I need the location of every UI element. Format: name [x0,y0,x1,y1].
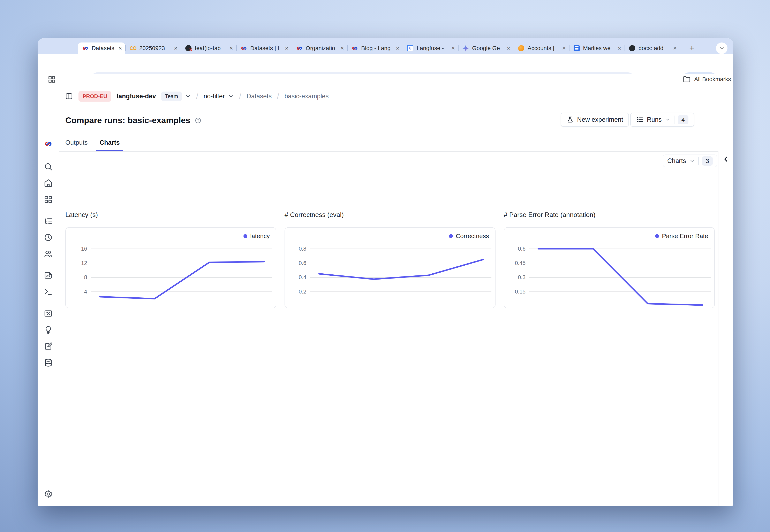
svg-text:0.15: 0.15 [515,289,525,295]
close-tab-icon[interactable]: × [673,45,677,51]
close-tab-icon[interactable]: × [562,45,566,51]
breadcrumb-project[interactable]: no-filter [204,93,225,100]
close-tab-icon[interactable]: × [340,45,344,51]
svg-text:16: 16 [81,246,87,252]
folder-icon [683,75,691,83]
tab-label: Marlies we [583,45,615,52]
button-divider [674,116,675,124]
annotation-pen-icon[interactable] [44,342,53,351]
evaluation-percent-icon[interactable] [44,309,53,318]
langfuse-favicon [296,45,303,52]
env-badge: PROD-EU [78,91,111,102]
all-bookmarks-button[interactable]: All Bookmarks [683,75,731,83]
chart-legend: Parse Error Rate [655,233,708,240]
legend-label: Correctness [456,233,489,240]
collapse-panel-icon[interactable] [722,155,730,163]
dashboard-icon[interactable] [44,195,53,204]
browser-tab-gemini[interactable]: Google Ge × [458,42,513,54]
chart-title-correctness: # Correctness (eval) [285,211,344,219]
langfuse-app: PROD-EU langfuse-dev Team / no-filter / … [38,85,733,506]
browser-toolbar: cloud.langfuse.com/project/cmfwgv8fx002o… [38,54,733,74]
correctness-chart-canvas: 0.80.60.40.2 [285,228,495,308]
charts-filter-button[interactable]: Charts 3 [663,155,717,167]
tab-label: docs: add [639,45,670,52]
close-tab-icon[interactable]: × [507,45,510,51]
flask-icon [566,116,574,123]
tracing-icon[interactable] [44,217,53,226]
tab-label: 20250923 [139,45,171,52]
svg-text:0.6: 0.6 [518,246,525,252]
close-tab-icon[interactable]: × [451,45,455,51]
settings-gear-icon[interactable] [44,490,53,499]
all-bookmarks-label: All Bookmarks [694,76,731,83]
browser-tab-organization[interactable]: Organizatio × [292,42,347,54]
content-separator [59,151,718,152]
close-tab-icon[interactable]: × [118,45,122,51]
github-favicon [629,45,636,52]
svg-text:0.3: 0.3 [518,274,525,280]
view-tabs: Outputs Charts [59,139,733,152]
new-experiment-button[interactable]: New experiment [561,113,629,127]
runs-dropdown-button[interactable]: Runs 4 [630,113,694,127]
close-tab-icon[interactable]: × [174,45,177,51]
breadcrumb-org[interactable]: langfuse-dev [117,93,156,100]
sidebar-toggle-icon[interactable] [65,92,73,100]
browser-tab-blog[interactable]: Blog - Lang × [347,42,403,54]
github-check-failed-favicon: ✕ [185,45,192,52]
browser-tab-colab[interactable]: CO 20250923 × [125,42,181,54]
chevron-down-icon[interactable] [185,93,191,99]
svg-text:0.45: 0.45 [515,260,525,266]
breadcrumb-separator: / [277,92,279,101]
langfuse-logo [44,140,52,148]
browser-tab-datasets-active[interactable]: Datasets | L × [78,42,125,54]
tab-label: Organizatio [306,45,337,52]
support-lifebuoy-icon[interactable] [44,506,53,506]
apps-grid-icon[interactable] [47,75,56,84]
bookmarks-divider [677,76,677,83]
langfuse-favicon [351,45,358,52]
tab-charts[interactable]: Charts [96,139,123,152]
sessions-clock-icon[interactable] [44,233,53,242]
new-tab-button[interactable]: + [689,43,695,53]
prompts-file-code-icon[interactable] [44,271,53,280]
search-icon[interactable] [44,162,53,171]
breadcrumb-dataset-name[interactable]: basic-examples [284,93,329,100]
breadcrumb-datasets-link[interactable]: Datasets [247,93,272,100]
parse-error-chart-canvas: 0.60.450.30.15 [504,228,714,308]
aws-favicon [518,45,525,52]
tab-label: Langfuse - [417,45,448,52]
chart-title-latency: Latency (s) [65,211,98,219]
browser-tab-calendar[interactable]: 6 Langfuse - × [403,42,458,54]
tab-search-button[interactable] [716,42,728,54]
chevron-down-icon [719,45,725,51]
chart-legend: latency [244,233,270,240]
legend-dot [244,234,247,238]
tab-label: feat(io-tab [195,45,227,52]
close-tab-icon[interactable]: × [229,45,233,51]
close-tab-icon[interactable]: × [618,45,621,51]
svg-text:12: 12 [81,260,87,266]
browser-tab-github-docs[interactable]: docs: add × [625,42,680,54]
browser-tab-marlies[interactable]: Marlies we × [569,42,625,54]
tab-outputs[interactable]: Outputs [65,139,88,152]
breadcrumb-separator: / [239,92,241,101]
tab-label: Datasets | L [92,45,115,52]
close-tab-icon[interactable]: × [285,45,289,51]
parse-error-chart-card: 0.60.450.30.15 Parse Error Rate [504,227,715,308]
browser-tab-datasets-2[interactable]: Datasets | L × [236,42,292,54]
chevron-down-icon[interactable] [228,93,234,99]
tab-label: Datasets | L [250,45,282,52]
browser-tab-github-pr[interactable]: ✕ feat(io-tab × [181,42,236,54]
users-icon[interactable] [44,249,53,258]
playground-terminal-icon[interactable] [44,287,53,296]
info-icon[interactable] [195,117,201,124]
llm-judge-lightbulb-icon[interactable] [44,325,53,334]
svg-text:0.8: 0.8 [299,246,306,252]
chevron-down-icon [665,117,671,123]
runs-label: Runs [647,116,662,123]
home-icon[interactable] [44,179,53,188]
datasets-database-icon[interactable] [44,358,53,367]
close-tab-icon[interactable]: × [396,45,399,51]
browser-tab-accounts[interactable]: Accounts | × [513,42,569,54]
langfuse-favicon [240,45,247,52]
